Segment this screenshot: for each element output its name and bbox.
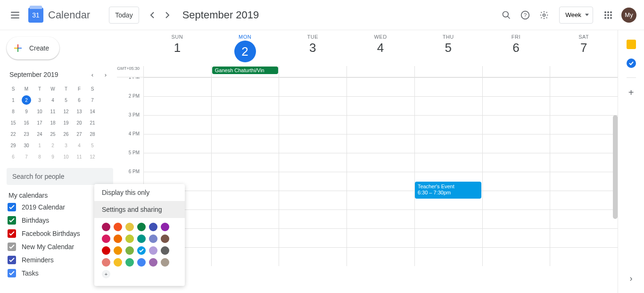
- grid-cell[interactable]: [550, 153, 618, 172]
- support-button[interactable]: ?: [516, 6, 535, 25]
- grid-cell[interactable]: [347, 134, 414, 153]
- grid-cell[interactable]: [279, 248, 347, 266]
- calendar-checkbox[interactable]: [8, 216, 16, 225]
- color-swatch[interactable]: [149, 234, 157, 243]
- grid-cell[interactable]: [482, 134, 550, 153]
- mini-day[interactable]: 9: [46, 151, 59, 162]
- grid-cell[interactable]: [482, 229, 550, 247]
- grid-cell[interactable]: [279, 153, 347, 172]
- mini-day[interactable]: 1: [7, 94, 20, 106]
- grid-cell[interactable]: [279, 116, 347, 134]
- grid-cell[interactable]: [143, 97, 211, 115]
- calendar-checkbox[interactable]: [8, 256, 16, 264]
- color-swatch[interactable]: [149, 223, 157, 231]
- mini-day[interactable]: 11: [46, 106, 59, 117]
- grid-cell[interactable]: [347, 210, 414, 228]
- grid-cell[interactable]: [211, 153, 279, 172]
- color-swatch[interactable]: [125, 234, 134, 243]
- grid-cell[interactable]: [550, 229, 618, 247]
- prev-period-button[interactable]: [145, 8, 160, 23]
- google-apps-button[interactable]: [599, 6, 618, 25]
- grid-cell[interactable]: [482, 248, 550, 266]
- day-header[interactable]: FRI6: [482, 34, 550, 62]
- grid-cell[interactable]: [143, 153, 211, 172]
- color-swatch[interactable]: [161, 246, 169, 255]
- grid-cell[interactable]: [347, 153, 414, 172]
- color-swatch[interactable]: [114, 223, 122, 231]
- keep-icon[interactable]: [627, 40, 636, 49]
- mini-day[interactable]: 4: [73, 140, 86, 151]
- color-swatch[interactable]: [114, 246, 122, 255]
- allday-cell[interactable]: [414, 66, 482, 77]
- grid-cell[interactable]: [279, 191, 347, 209]
- day-header[interactable]: MON2: [211, 34, 279, 62]
- mini-day[interactable]: 10: [33, 106, 46, 117]
- grid-cell[interactable]: [482, 210, 550, 228]
- color-swatch[interactable]: [161, 223, 169, 231]
- mini-day[interactable]: 7: [20, 151, 33, 162]
- allday-cell[interactable]: [279, 66, 347, 77]
- color-swatch[interactable]: [102, 223, 110, 231]
- grid-cell[interactable]: [211, 97, 279, 115]
- mini-day[interactable]: 5: [59, 94, 73, 106]
- color-swatch[interactable]: [149, 258, 157, 267]
- mini-day[interactable]: 23: [20, 128, 33, 140]
- mini-day[interactable]: 4: [46, 94, 59, 106]
- grid-cell[interactable]: [211, 78, 279, 96]
- calendar-checkbox[interactable]: [8, 269, 16, 277]
- search-button[interactable]: [497, 6, 516, 25]
- grid-cell[interactable]: [347, 229, 414, 247]
- mini-day[interactable]: 6: [7, 151, 20, 162]
- color-swatch[interactable]: [114, 258, 122, 267]
- grid-cell[interactable]: [279, 172, 347, 191]
- color-swatch[interactable]: [137, 234, 146, 243]
- grid-cell[interactable]: [211, 191, 279, 209]
- grid-cell[interactable]: [347, 78, 414, 96]
- settings-sharing-item[interactable]: Settings and sharing: [94, 201, 185, 218]
- mini-day[interactable]: 25: [46, 128, 59, 140]
- allday-cell[interactable]: [347, 66, 414, 77]
- display-only-item[interactable]: Display this only: [94, 184, 185, 201]
- day-header[interactable]: SUN1: [143, 34, 211, 62]
- app-logo[interactable]: 31 Calendar: [28, 8, 90, 23]
- calendar-checkbox[interactable]: [8, 203, 16, 211]
- grid-cell[interactable]: [347, 172, 414, 191]
- color-swatch[interactable]: [149, 246, 157, 255]
- color-swatch[interactable]: [137, 246, 146, 255]
- allday-cell[interactable]: Ganesh Chaturthi/Vin: [211, 66, 279, 77]
- grid-cell[interactable]: [279, 210, 347, 228]
- scrollbar[interactable]: [613, 115, 618, 219]
- day-header[interactable]: TUE3: [279, 34, 347, 62]
- grid-cell[interactable]: [414, 78, 482, 96]
- color-swatch[interactable]: [102, 234, 110, 243]
- calendar-checkbox[interactable]: [8, 243, 16, 251]
- grid-cell[interactable]: [414, 116, 482, 134]
- grid-cell[interactable]: [414, 134, 482, 153]
- grid-cell[interactable]: [482, 97, 550, 115]
- mini-day[interactable]: 10: [59, 151, 73, 162]
- grid-cell[interactable]: [482, 78, 550, 96]
- grid-cell[interactable]: [482, 172, 550, 191]
- mini-day[interactable]: 11: [73, 151, 86, 162]
- color-swatch[interactable]: [161, 234, 169, 243]
- mini-day[interactable]: 2: [20, 94, 33, 106]
- grid-cell[interactable]: [347, 97, 414, 115]
- grid-cell[interactable]: [211, 134, 279, 153]
- grid-cell[interactable]: [211, 210, 279, 228]
- grid-cell[interactable]: [211, 248, 279, 266]
- grid-cell[interactable]: [279, 134, 347, 153]
- mini-day[interactable]: 16: [20, 117, 33, 128]
- color-swatch[interactable]: [125, 258, 134, 267]
- main-menu-button[interactable]: [4, 4, 26, 26]
- grid-cell[interactable]: Teacher's Event6:30 – 7:30pm: [414, 172, 482, 191]
- grid-cell[interactable]: [550, 248, 618, 266]
- grid-cell[interactable]: [482, 116, 550, 134]
- search-people-input[interactable]: Search for people: [7, 168, 113, 185]
- panel-toggle-button[interactable]: ›: [630, 274, 633, 284]
- mini-day[interactable]: 8: [33, 151, 46, 162]
- mini-day[interactable]: 14: [86, 106, 99, 117]
- mini-day[interactable]: 22: [7, 128, 20, 140]
- grid-cell[interactable]: [347, 191, 414, 209]
- color-swatch[interactable]: [102, 258, 110, 267]
- color-swatch[interactable]: [114, 234, 122, 243]
